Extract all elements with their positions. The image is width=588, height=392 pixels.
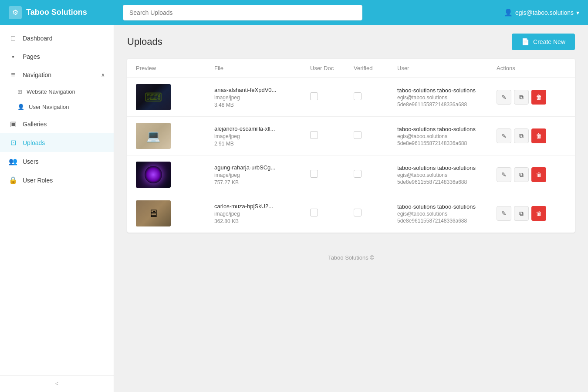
brand-icon: ⚙ — [9, 6, 22, 19]
preview-cell-3 — [136, 200, 214, 226]
sidebar-item-website-navigation[interactable]: ⊞ Website Navigation — [0, 84, 114, 99]
file-info-1: alejandro-escamilla-xll... image/jpeg 2.… — [214, 125, 310, 147]
sidebar-label-user-navigation: User Navigation — [29, 104, 69, 110]
table-row: alejandro-escamilla-xll... image/jpeg 2.… — [127, 117, 575, 155]
copy-button-1[interactable]: ⧉ — [514, 128, 529, 143]
search-container — [114, 5, 495, 20]
copy-button-0[interactable]: ⧉ — [514, 90, 529, 105]
user-email-0: egis@taboo.solutions — [397, 95, 497, 101]
user-email-2: egis@taboo.solutions — [397, 172, 497, 178]
copy-button-2[interactable]: ⧉ — [514, 167, 529, 182]
file-info-3: carlos-muza-hpjSkU2... image/jpeg 362.80… — [214, 203, 310, 224]
verified-checkbox-0[interactable] — [354, 92, 362, 100]
user-info-1: taboo-solutions taboo-solutions egis@tab… — [397, 126, 497, 146]
edit-button-1[interactable]: ✎ — [497, 128, 511, 143]
table-header: Preview File User Doc Verified User Acti… — [127, 59, 575, 78]
sidebar-label-users: Users — [23, 158, 105, 165]
users-icon: 👥 — [9, 157, 17, 166]
sidebar-nav: □ Dashboard ▪ Pages ≡ Navigation ∧ ⊞ Web… — [0, 25, 114, 375]
sidebar-item-users[interactable]: 👥 Users — [0, 152, 114, 171]
copy-button-3[interactable]: ⧉ — [514, 206, 529, 221]
sidebar-collapse-btn[interactable]: < — [0, 375, 114, 392]
user-org-1: taboo-solutions taboo-solutions — [397, 126, 497, 132]
table-row: anas-alshanti-feXpdV0... image/jpeg 3.48… — [127, 78, 575, 117]
preview-thumb-1 — [136, 123, 171, 149]
user-roles-icon: 🔒 — [9, 176, 17, 184]
navigation-icon: ≡ — [9, 71, 17, 79]
sidebar-item-user-navigation[interactable]: 👤 User Navigation — [0, 99, 114, 115]
user-doc-checkbox-1[interactable] — [310, 131, 318, 139]
preview-thumb-2 — [136, 162, 171, 188]
col-user: User — [397, 65, 497, 71]
user-info-0: taboo-solutions taboo-solutions egis@tab… — [397, 87, 497, 108]
actions-cell-2: ✎ ⧉ 🗑 — [497, 167, 566, 182]
user-doc-cell-3 — [310, 209, 354, 218]
actions-cell-1: ✎ ⧉ 🗑 — [497, 128, 566, 143]
sidebar-item-galleries[interactable]: ▣ Galleries — [0, 115, 114, 133]
create-new-icon: 📄 — [521, 38, 530, 46]
navigation-collapse-icon: ∧ — [101, 72, 105, 78]
sidebar-label-pages: Pages — [23, 53, 105, 60]
user-email-1: egis@taboo.solutions — [397, 133, 497, 139]
main-content: Uploads 📄 Create New Preview File User D… — [114, 25, 588, 392]
user-org-3: taboo-solutions taboo-solutions — [397, 203, 497, 210]
user-doc-checkbox-3[interactable] — [310, 209, 318, 216]
sidebar-label-galleries: Galleries — [23, 121, 105, 128]
verified-checkbox-2[interactable] — [354, 170, 362, 178]
delete-button-0[interactable]: 🗑 — [531, 90, 546, 105]
user-navigation-icon: 👤 — [17, 104, 24, 110]
file-name-1: alejandro-escamilla-xll... — [214, 125, 310, 132]
sidebar-item-uploads[interactable]: ⊡ Uploads — [0, 133, 114, 152]
file-info-0: anas-alshanti-feXpdV0... image/jpeg 3.48… — [214, 87, 310, 108]
file-size-0: 3.48 MB — [214, 102, 310, 108]
table-body: anas-alshanti-feXpdV0... image/jpeg 3.48… — [127, 78, 575, 233]
layout: □ Dashboard ▪ Pages ≡ Navigation ∧ ⊞ Web… — [0, 25, 588, 392]
user-doc-cell-2 — [310, 170, 354, 179]
create-new-label: Create New — [533, 38, 565, 45]
col-actions: Actions — [497, 65, 566, 71]
user-doc-checkbox-2[interactable] — [310, 170, 318, 178]
sidebar-item-navigation[interactable]: ≡ Navigation ∧ — [0, 66, 114, 84]
edit-button-0[interactable]: ✎ — [497, 90, 511, 105]
verified-checkbox-1[interactable] — [354, 131, 362, 139]
search-input[interactable] — [123, 5, 362, 20]
table-row: agung-raharja-urbSCg... image/jpeg 757.2… — [127, 155, 575, 194]
verified-checkbox-3[interactable] — [354, 209, 362, 216]
edit-button-3[interactable]: ✎ — [497, 206, 511, 221]
delete-button-2[interactable]: 🗑 — [531, 167, 546, 182]
sidebar-label-dashboard: Dashboard — [23, 35, 105, 42]
page-title: Uploads — [127, 36, 162, 47]
preview-thumb-3 — [136, 200, 171, 226]
website-navigation-icon: ⊞ — [17, 88, 22, 95]
delete-button-3[interactable]: 🗑 — [531, 206, 546, 221]
delete-button-1[interactable]: 🗑 — [531, 128, 546, 143]
sidebar-label-navigation: Navigation — [23, 71, 96, 78]
user-menu[interactable]: 👤 egis@taboo.solutions ▾ — [495, 8, 588, 17]
user-org-2: taboo-solutions taboo-solutions — [397, 165, 497, 171]
brand-name: Taboo Solutions — [26, 8, 87, 17]
preview-thumb-0 — [136, 84, 171, 110]
sidebar-item-pages[interactable]: ▪ Pages — [0, 47, 114, 66]
user-doc-checkbox-0[interactable] — [310, 92, 318, 100]
preview-cell-0 — [136, 84, 214, 110]
file-type-1: image/jpeg — [214, 133, 310, 139]
sidebar-item-dashboard[interactable]: □ Dashboard — [0, 29, 114, 47]
user-doc-cell-1 — [310, 131, 354, 141]
file-type-2: image/jpeg — [214, 172, 310, 178]
sidebar-item-user-roles[interactable]: 🔒 User Roles — [0, 171, 114, 189]
sidebar: □ Dashboard ▪ Pages ≡ Navigation ∧ ⊞ Web… — [0, 25, 114, 392]
actions-cell-0: ✎ ⧉ 🗑 — [497, 90, 566, 105]
user-id-2: 5de8e961155872148336a688 — [397, 179, 497, 185]
edit-button-2[interactable]: ✎ — [497, 167, 511, 182]
sidebar-label-user-roles: User Roles — [23, 177, 105, 184]
col-verified: Verified — [354, 65, 397, 71]
file-name-0: anas-alshanti-feXpdV0... — [214, 87, 310, 93]
main-header: Uploads 📄 Create New — [114, 25, 588, 59]
navigation-sub-menu: ⊞ Website Navigation 👤 User Navigation — [0, 84, 114, 115]
user-org-0: taboo-solutions taboo-solutions — [397, 87, 497, 94]
user-info-3: taboo-solutions taboo-solutions egis@tab… — [397, 203, 497, 224]
user-dropdown-icon: ▾ — [576, 9, 579, 16]
create-new-button[interactable]: 📄 Create New — [512, 34, 575, 50]
verified-cell-2 — [354, 170, 397, 179]
file-name-2: agung-raharja-urbSCg... — [214, 164, 310, 171]
